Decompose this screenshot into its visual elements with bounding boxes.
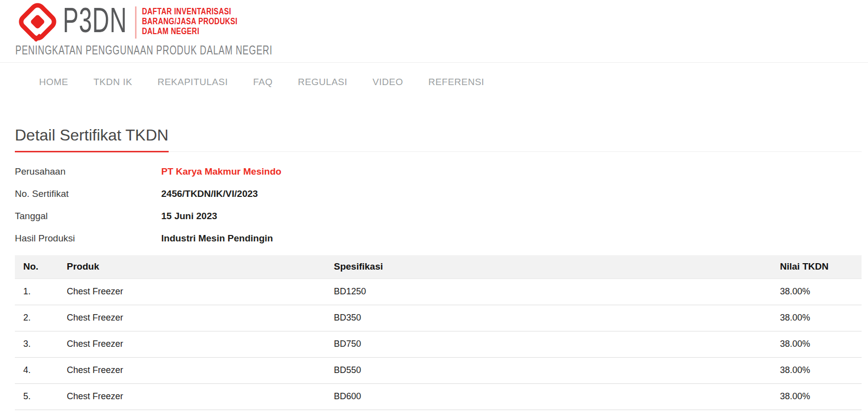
detail-label: Hasil Produksi bbox=[15, 233, 161, 244]
cell-nilai-tkdn: 38.00% bbox=[780, 279, 862, 305]
detail-row-tanggal: Tanggal 15 Juni 2023 bbox=[15, 211, 862, 222]
brand-subtitle: DAFTAR INVENTARISASI BARANG/JASA PRODUKS… bbox=[142, 6, 237, 36]
cell-nilai-tkdn: 38.00% bbox=[780, 305, 862, 331]
cell-no: 2. bbox=[15, 305, 67, 331]
column-header-spesifikasi: Spesifikasi bbox=[334, 255, 780, 279]
cell-no: 3. bbox=[15, 331, 67, 357]
nav-item-rekapitulasi[interactable]: REKAPITULASI bbox=[157, 77, 228, 88]
cell-spesifikasi: BD550 bbox=[334, 357, 780, 383]
nav-item-faq[interactable]: FAQ bbox=[253, 77, 273, 88]
cell-produk: Chest Freezer bbox=[67, 305, 334, 331]
nav-item-video[interactable]: VIDEO bbox=[372, 77, 403, 88]
nav-item-regulasi[interactable]: REGULASI bbox=[298, 77, 347, 88]
company-name-link[interactable]: PT Karya Makmur Mesindo bbox=[161, 166, 281, 177]
brand-divider bbox=[135, 6, 137, 39]
detail-row-no-sertifikat: No. Sertifikat 2456/TKDN/IK/VI/2023 bbox=[15, 188, 862, 199]
certificate-detail-section: Detail Sertifikat TKDN Perusahaan PT Kar… bbox=[15, 126, 862, 410]
site-header: P3DN DAFTAR INVENTARISASI BARANG/JASA PR… bbox=[0, 0, 868, 63]
certificate-details: Perusahaan PT Karya Makmur Mesindo No. S… bbox=[15, 166, 862, 244]
detail-row-hasil-produksi: Hasil Produksi Industri Mesin Pendingin bbox=[15, 233, 862, 244]
table-header-row: No. Produk Spesifikasi Nilai TKDN bbox=[15, 255, 862, 279]
table-row: 4. Chest Freezer BD550 38.00% bbox=[15, 357, 862, 383]
column-header-produk: Produk bbox=[67, 255, 334, 279]
cell-spesifikasi: BD1250 bbox=[334, 279, 780, 305]
detail-value: 15 Juni 2023 bbox=[161, 211, 217, 222]
table-row: 5. Chest Freezer BD600 38.00% bbox=[15, 383, 862, 410]
page-title-wrap: Detail Sertifikat TKDN bbox=[15, 126, 862, 152]
main-nav: HOME TKDN IK REKAPITULASI FAQ REGULASI V… bbox=[0, 63, 868, 101]
brand-subtitle-line: DALAM NEGERI bbox=[142, 26, 237, 36]
brand-subtitle-line: BARANG/JASA PRODUKSI bbox=[142, 16, 237, 26]
table-row: 2. Chest Freezer BD350 38.00% bbox=[15, 305, 862, 331]
nav-item-referensi[interactable]: REFERENSI bbox=[428, 77, 484, 88]
cell-no: 4. bbox=[15, 357, 67, 383]
cell-no: 5. bbox=[15, 383, 67, 410]
cell-nilai-tkdn: 38.00% bbox=[780, 357, 862, 383]
cell-nilai-tkdn: 38.00% bbox=[780, 331, 862, 357]
p3dn-diamond-icon bbox=[17, 3, 58, 42]
cell-produk: Chest Freezer bbox=[67, 357, 334, 383]
detail-label: No. Sertifikat bbox=[15, 188, 161, 199]
cell-produk: Chest Freezer bbox=[67, 383, 334, 410]
cell-spesifikasi: BD750 bbox=[334, 331, 780, 357]
brand-tagline: PENINGKATAN PENGGUNAAN PRODUK DALAM NEGE… bbox=[15, 44, 273, 57]
brand-text: P3DN bbox=[63, 0, 127, 40]
tkdn-products-table: No. Produk Spesifikasi Nilai TKDN 1. Che… bbox=[15, 255, 862, 410]
column-header-nilai-tkdn: Nilai TKDN bbox=[780, 255, 862, 279]
cell-no: 1. bbox=[15, 279, 67, 305]
table-row: 3. Chest Freezer BD750 38.00% bbox=[15, 331, 862, 357]
brand-subtitle-line: DAFTAR INVENTARISASI bbox=[142, 6, 237, 16]
page-title: Detail Sertifikat TKDN bbox=[15, 126, 169, 152]
table-row: 1. Chest Freezer BD1250 38.00% bbox=[15, 279, 862, 305]
cell-spesifikasi: BD350 bbox=[334, 305, 780, 331]
detail-value: 2456/TKDN/IK/VI/2023 bbox=[161, 188, 258, 199]
nav-item-home[interactable]: HOME bbox=[39, 77, 68, 88]
cell-produk: Chest Freezer bbox=[67, 331, 334, 357]
cell-nilai-tkdn: 38.00% bbox=[780, 383, 862, 410]
detail-value: Industri Mesin Pendingin bbox=[161, 233, 273, 244]
detail-label: Perusahaan bbox=[15, 166, 161, 177]
detail-row-perusahaan: Perusahaan PT Karya Makmur Mesindo bbox=[15, 166, 862, 177]
detail-label: Tanggal bbox=[15, 211, 161, 222]
cell-spesifikasi: BD600 bbox=[334, 383, 780, 410]
nav-item-tkdn-ik[interactable]: TKDN IK bbox=[93, 77, 132, 88]
cell-produk: Chest Freezer bbox=[67, 279, 334, 305]
site-logo[interactable]: P3DN DAFTAR INVENTARISASI BARANG/JASA PR… bbox=[0, 0, 257, 63]
column-header-no: No. bbox=[15, 255, 67, 279]
